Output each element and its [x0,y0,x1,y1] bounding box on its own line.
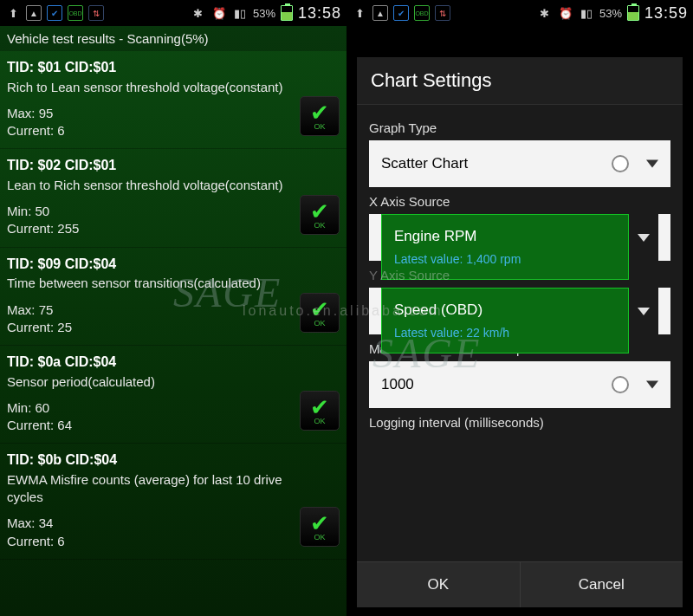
chevron-down-icon [646,160,658,168]
test-id: TID: $09 CID:$04 [7,255,300,274]
sync-icon: ⇅ [435,5,450,21]
ok-status-button[interactable]: ✔OK [300,96,340,136]
radio-icon [612,376,629,393]
chevron-down-icon [638,308,650,315]
check-icon: ✔ [310,396,329,418]
check-icon: ✔ [310,298,329,321]
sync-icon: ⇅ [88,5,104,21]
battery-pct: 53% [599,7,622,20]
battery-icon [281,5,293,21]
y-axis-label: Y Axis Source [369,268,670,282]
x-axis-spinner[interactable]: Engine RPM Latest value: 1,400 rpm [369,214,670,261]
ok-label: OK [314,122,325,131]
shield-icon: ✔ [393,5,409,21]
y-axis-value: Speed (OBD) [394,302,483,319]
status-bar: ⬆ ▲ ✔ OBD ⇅ ✱ ⏰ ▮▯ 53% 13:58 [0,0,346,26]
ok-label: OK [314,319,325,327]
alarm-icon: ⏰ [211,5,227,21]
test-description: EWMA Misfire counts (average) for last 1… [7,471,300,507]
graph-type-label: Graph Type [369,120,670,135]
alarm-icon: ⏰ [558,5,573,21]
test-result-item: TID: $02 CID:$01Lean to Rich sensor thre… [0,149,346,247]
test-values: Min: 50Current: 255 [7,203,300,238]
dialog-title: Chart Settings [357,57,683,105]
graph-type-spinner[interactable]: Scatter Chart [369,140,670,187]
test-values: Max: 34Current: 6 [7,515,300,550]
test-description: Sensor period(calculated) [7,373,300,391]
radio-icon [612,155,629,172]
upload-icon: ⬆ [352,5,367,21]
bluetooth-icon: ✱ [537,5,553,21]
check-icon: ✔ [310,101,329,124]
cancel-button[interactable]: Cancel [521,562,683,607]
ok-label: OK [314,417,325,425]
battery-pct: 53% [253,7,275,20]
test-id: TID: $0a CID:$04 [7,353,300,372]
ok-label: OK [314,221,325,230]
ok-button[interactable]: OK [357,562,521,607]
image-icon: ▲ [26,5,42,21]
status-bar: ⬆ ▲ ✔ OBD ⇅ ✱ ⏰ ▮▯ 53% 13:59 [346,0,693,26]
chevron-down-icon [646,381,658,389]
y-axis-subvalue: Latest value: 22 km/h [394,326,509,340]
clock: 13:59 [644,4,688,23]
battery-icon [627,5,639,21]
upload-icon: ⬆ [5,5,21,21]
ok-status-button[interactable]: ✔OK [300,195,340,235]
test-description: Time between sensor transitions(calculat… [7,275,300,292]
test-values: Max: 95Current: 6 [7,105,300,140]
test-result-item: TID: $01 CID:$01Rich to Lean sensor thre… [0,51,346,149]
test-description: Lean to Rich sensor threshold voltage(co… [7,177,300,194]
test-result-item: TID: $0a CID:$04Sensor period(calculated… [0,346,346,444]
y-axis-spinner[interactable]: Speed (OBD) Latest value: 22 km/h [369,288,670,334]
test-result-item: TID: $09 CID:$04Time between sensor tran… [0,248,346,346]
clock: 13:58 [298,4,341,23]
test-values: Min: 60Current: 64 [7,399,300,435]
max-datapoints-spinner[interactable]: 1000 [369,361,670,408]
signal-icon: ▮▯ [579,5,594,21]
x-axis-label: X Axis Source [369,194,670,209]
chart-settings-dialog: Chart Settings Graph Type Scatter Chart … [357,57,683,607]
check-icon: ✔ [310,512,329,535]
x-axis-subvalue: Latest value: 1,400 rpm [394,252,521,266]
test-id: TID: $01 CID:$01 [7,58,300,77]
max-datapoints-value: 1000 [381,376,414,393]
bluetooth-icon: ✱ [191,5,206,21]
page-title: Vehicle test results - Scanning(5%) [0,26,346,51]
ok-status-button[interactable]: ✔OK [300,391,340,431]
logging-interval-label: Logging interval (milliseconds) [369,415,670,430]
ok-label: OK [314,533,325,541]
shield-icon: ✔ [47,5,62,21]
signal-icon: ▮▯ [232,5,248,21]
x-axis-value: Engine RPM [394,228,476,245]
obd-icon: OBD [414,5,430,21]
obd-icon: OBD [68,5,83,21]
chevron-down-icon [638,234,650,242]
test-values: Max: 75Current: 25 [7,302,300,337]
test-id: TID: $0b CID:$04 [7,451,300,470]
ok-status-button[interactable]: ✔OK [300,507,340,547]
graph-type-value: Scatter Chart [381,155,468,172]
test-description: Rich to Lean sensor threshold voltage(co… [7,79,300,96]
image-icon: ▲ [372,5,388,21]
test-id: TID: $02 CID:$01 [7,156,300,175]
test-result-item: TID: $0b CID:$04EWMA Misfire counts (ave… [0,444,346,560]
ok-status-button[interactable]: ✔OK [300,293,340,333]
check-icon: ✔ [310,200,329,223]
